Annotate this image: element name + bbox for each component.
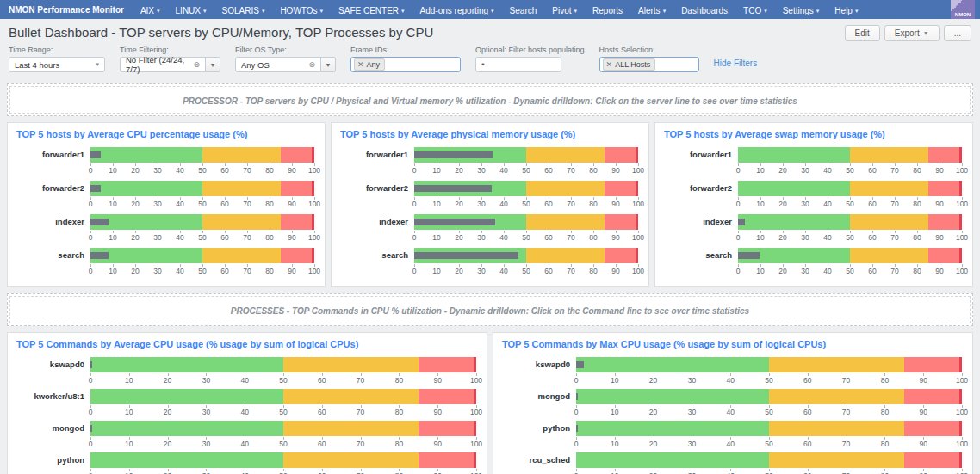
axis-tick-label: 100 bbox=[956, 233, 968, 242]
nav-item-add-ons-reporting[interactable]: Add-ons reporting▾ bbox=[420, 6, 494, 15]
bullet-row[interactable]: forwarder20102030405060708090100 bbox=[340, 181, 638, 212]
axis-tick-label: 100 bbox=[308, 166, 320, 175]
hosts-selection-multiselect[interactable]: ✕ ALL Hosts bbox=[599, 57, 699, 72]
time-filtering-combobox[interactable]: No Filter (24/24, 7/7) ⊗ bbox=[120, 57, 206, 72]
nav-item-linux[interactable]: LINUX▾ bbox=[176, 6, 207, 15]
bullet-measure bbox=[414, 252, 518, 259]
axis-tick-label: 40 bbox=[823, 233, 831, 242]
nav-item-solaris[interactable]: SOLARIS▾ bbox=[222, 6, 265, 15]
nav-item-alerts[interactable]: Alerts▾ bbox=[638, 6, 666, 15]
bullet-row[interactable]: kswapd00102030405060708090100 bbox=[502, 357, 962, 388]
bullet-band bbox=[576, 389, 962, 404]
axis-tick-label: 80 bbox=[265, 166, 273, 175]
bullet-row[interactable]: indexer0102030405060708090100 bbox=[16, 214, 314, 245]
axis-tick-label: 90 bbox=[611, 200, 619, 208]
axis-tick-label: 80 bbox=[913, 233, 921, 242]
nav-items: AIX▾LINUX▾SOLARIS▾HOWTOs▾SAFE CENTER▾Add… bbox=[133, 2, 866, 17]
frame-ids-multiselect[interactable]: ✕ Any bbox=[350, 57, 461, 72]
axis-tick-label: 50 bbox=[279, 408, 287, 416]
bullet-row[interactable]: mongod0102030405060708090100 bbox=[16, 421, 476, 452]
axis-tick-label: 100 bbox=[308, 233, 320, 242]
bullet-row[interactable]: rcu_sched0102030405060708090100 bbox=[502, 452, 962, 474]
bullet-row[interactable]: forwarder20102030405060708090100 bbox=[16, 181, 314, 212]
chevron-down-icon: ▾ bbox=[262, 8, 265, 15]
axis-tick-label: 100 bbox=[632, 200, 644, 208]
nav-item-search[interactable]: Search bbox=[510, 6, 537, 15]
bullet-band bbox=[90, 147, 314, 163]
nav-item-help[interactable]: Help▾ bbox=[834, 6, 858, 15]
range-end-marker bbox=[636, 181, 638, 196]
axis-tick-label: 100 bbox=[632, 233, 644, 242]
axis-tick-label: 90 bbox=[433, 376, 441, 385]
nav-item-howtos[interactable]: HOWTOs▾ bbox=[280, 6, 323, 15]
os-type-dropdown-button[interactable]: ▼ bbox=[321, 57, 336, 72]
range-orange bbox=[202, 147, 281, 163]
bullet-row[interactable]: indexer0102030405060708090100 bbox=[664, 214, 962, 245]
axis-tick-label: 50 bbox=[522, 166, 530, 175]
range-orange bbox=[769, 452, 904, 468]
bullet-row[interactable]: search0102030405060708090100 bbox=[340, 248, 638, 279]
processor-panels-row: TOP 5 hosts by Average CPU percentage us… bbox=[7, 122, 973, 287]
axis-tick-label: 80 bbox=[913, 267, 921, 275]
remove-token-icon[interactable]: ✕ bbox=[606, 60, 613, 69]
clear-icon[interactable]: ⊗ bbox=[193, 60, 200, 69]
time-filtering-dropdown-button[interactable]: ▼ bbox=[206, 57, 220, 72]
nav-item-reports[interactable]: Reports bbox=[592, 6, 623, 15]
nav-item-safe-center[interactable]: SAFE CENTER▾ bbox=[338, 6, 405, 15]
range-end-marker bbox=[474, 357, 476, 372]
axis-tick-label: 20 bbox=[455, 267, 462, 275]
remove-token-icon[interactable]: ✕ bbox=[357, 60, 364, 69]
nav-brand[interactable]: NMON Performance Monitor bbox=[9, 5, 124, 15]
bullet-chart: 0102030405060708090100 bbox=[90, 248, 314, 279]
top-nav-bar: NMON Performance Monitor AIX▾LINUX▾SOLAR… bbox=[0, 0, 980, 19]
axis-tick-label: 10 bbox=[756, 166, 764, 175]
axis-tick-label: 100 bbox=[956, 200, 968, 208]
nav-item-tco[interactable]: TCO▾ bbox=[743, 6, 767, 15]
axis-tick-label: 0 bbox=[736, 233, 741, 242]
nmon-logo[interactable]: NMON bbox=[951, 0, 975, 19]
axis-tick-label: 100 bbox=[470, 376, 482, 385]
axis-tick-label: 0 bbox=[736, 200, 741, 208]
bullet-row[interactable]: search0102030405060708090100 bbox=[664, 248, 962, 279]
export-button[interactable]: Export▼ bbox=[884, 25, 940, 41]
panel-title: TOP 5 Commands by Max CPU usage (% usage… bbox=[502, 339, 962, 349]
time-range-label: Time Range: bbox=[9, 46, 105, 54]
bullet-row[interactable]: python0102030405060708090100 bbox=[16, 452, 476, 474]
bullet-axis: 0102030405060708090100 bbox=[414, 196, 638, 209]
time-range-select[interactable]: Last 4 hours ▾ bbox=[9, 57, 105, 72]
nav-item-pivot[interactable]: Pivot▾ bbox=[552, 6, 577, 15]
range-red bbox=[904, 357, 962, 372]
category-label: indexer bbox=[16, 214, 90, 245]
clear-icon[interactable]: ⊗ bbox=[308, 60, 315, 69]
range-red bbox=[281, 248, 314, 263]
axis-tick-label: 80 bbox=[881, 408, 889, 416]
axis-tick-label: 90 bbox=[935, 200, 943, 208]
bullet-row[interactable]: forwarder10102030405060708090100 bbox=[16, 147, 314, 178]
axis-tick-label: 40 bbox=[823, 200, 831, 208]
edit-button[interactable]: Edit bbox=[845, 25, 880, 41]
bullet-row[interactable]: indexer0102030405060708090100 bbox=[340, 214, 638, 245]
bullet-row[interactable]: search0102030405060708090100 bbox=[16, 248, 314, 279]
nav-item-aix[interactable]: AIX▾ bbox=[140, 6, 160, 15]
axis-tick-label: 90 bbox=[611, 166, 619, 175]
bullet-row[interactable]: forwarder10102030405060708090100 bbox=[340, 147, 638, 178]
bullet-row[interactable]: mongod0102030405060708090100 bbox=[502, 389, 962, 420]
nav-item-settings[interactable]: Settings▾ bbox=[783, 6, 820, 15]
bullet-row[interactable]: kworker/u8:10102030405060708090100 bbox=[16, 389, 476, 420]
bullet-row[interactable]: forwarder20102030405060708090100 bbox=[664, 181, 962, 212]
processes-section-header: PROCESSES - TOP Commands in CPU % utiliz… bbox=[7, 293, 973, 326]
more-button[interactable]: ... bbox=[944, 25, 971, 41]
axis-tick-label: 0 bbox=[89, 233, 93, 242]
hosts-populating-input[interactable]: * bbox=[475, 57, 561, 72]
axis-tick-label: 80 bbox=[395, 376, 403, 385]
bullet-axis: 0102030405060708090100 bbox=[738, 230, 962, 243]
os-type-combobox[interactable]: Any OS ⊗ bbox=[235, 57, 321, 72]
bullet-chart: 0102030405060708090100 bbox=[414, 214, 638, 245]
range-end-marker bbox=[312, 147, 314, 163]
bullet-row[interactable]: python0102030405060708090100 bbox=[502, 421, 962, 452]
bullet-row[interactable]: kswapd00102030405060708090100 bbox=[16, 357, 476, 388]
nav-item-dashboards[interactable]: Dashboards bbox=[681, 6, 728, 15]
bullet-row[interactable]: forwarder10102030405060708090100 bbox=[664, 147, 962, 178]
hide-filters-link[interactable]: Hide Filters bbox=[714, 58, 758, 68]
range-end-marker bbox=[474, 389, 476, 404]
